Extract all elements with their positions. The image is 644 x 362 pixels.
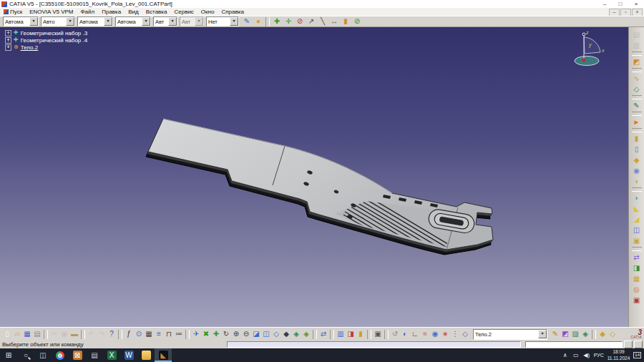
shading-edges-icon[interactable]: ◈ [291, 329, 301, 340]
expand-icon[interactable]: + [5, 37, 11, 44]
shaft-icon[interactable]: ◆ [631, 155, 643, 165]
pad-icon[interactable]: ▮ [631, 133, 643, 144]
swap-visible-space-icon[interactable]: ⇄ [318, 329, 328, 340]
graphic-combo-1[interactable]: Автома ▾ [3, 16, 39, 26]
mean-dimensions-icon[interactable]: ≈ [420, 329, 430, 340]
shell-icon[interactable]: ◫ [631, 225, 643, 235]
excel-icon[interactable]: X [103, 348, 120, 362]
no-show-icon[interactable]: ⊘ [351, 16, 363, 27]
visualization-filter-icon[interactable]: ▨ [570, 329, 580, 340]
search-button[interactable]: ○ [17, 348, 34, 362]
tree-item-geoset-3[interactable]: + ✚ Геометрический набор .3 [3, 29, 87, 36]
expand-icon[interactable]: + [5, 30, 11, 36]
painter-icon[interactable]: ✎ [241, 16, 253, 27]
task-view-button[interactable]: ◫ [34, 348, 52, 362]
multi-view-icon[interactable]: ◫ [261, 329, 271, 340]
shading-icon[interactable]: ◆ [281, 329, 291, 340]
redo-icon[interactable]: ↷ [97, 329, 107, 340]
graphic-combo-5[interactable]: Авт ▾ [153, 16, 177, 26]
snapshot-icon[interactable]: ▣ [373, 329, 383, 340]
chevron-down-icon[interactable]: ▾ [195, 17, 203, 26]
transformation-icon[interactable]: ⇄ [631, 252, 643, 263]
fly-mode-icon[interactable]: ✈ [191, 329, 201, 340]
line-tool-icon[interactable]: ╲ [317, 16, 328, 27]
chevron-down-icon[interactable]: ▾ [142, 17, 150, 26]
lock-icon[interactable]: ⊓ [164, 329, 174, 340]
print-icon[interactable]: ▤ [32, 329, 42, 340]
draft-angle-icon[interactable]: ◢ [631, 214, 643, 225]
menu-view[interactable]: Вид [125, 8, 142, 16]
graphic-combo-7[interactable]: Нет ▾ [206, 16, 239, 26]
constraints-icon[interactable]: ⋮ [450, 329, 460, 340]
printer-tool-icon[interactable]: ▤ [86, 348, 103, 362]
measure-item-icon[interactable]: ◨ [346, 329, 356, 340]
mirror-icon[interactable]: ◨ [631, 263, 643, 273]
graphic-combo-2[interactable]: Авто ▾ [41, 16, 75, 26]
sketcher-icon[interactable]: ✎ [631, 100, 643, 111]
pick-icon[interactable]: ↗ [306, 16, 317, 27]
boolean-operations-icon[interactable]: ▣ [631, 295, 643, 305]
menu-tools[interactable]: Сервис [170, 8, 197, 16]
current-body-combo[interactable]: Тело.2 ▾ [473, 329, 547, 340]
snap-target-icon[interactable]: ✛ [283, 16, 294, 27]
measure-between-icon[interactable]: ▥ [336, 329, 346, 340]
ruler-icon[interactable]: ▮ [340, 16, 351, 27]
catalog-browser-icon[interactable]: ◉ [430, 329, 440, 340]
file-explorer-icon[interactable]: ▱ [137, 348, 155, 362]
fillet-icon[interactable]: ◗ [631, 192, 643, 203]
rendering-icon[interactable]: ◈ [580, 329, 590, 340]
measure-inertia-icon[interactable]: ▮ [356, 329, 366, 340]
undo-icon[interactable]: ↶ [87, 329, 97, 340]
insert-geometrical-set-icon[interactable]: ◇ [608, 329, 618, 340]
start-button[interactable]: ⊞ [0, 348, 17, 362]
wizard-icon[interactable]: ● [253, 16, 264, 27]
status-expand-button-2[interactable] [634, 341, 643, 348]
snap-off-icon[interactable]: ⊘ [294, 16, 306, 27]
pattern-icon[interactable]: ▦ [631, 273, 643, 284]
chevron-down-icon[interactable]: ▾ [66, 17, 74, 26]
maximize-button[interactable]: □ [613, 0, 628, 8]
menu-window[interactable]: Окно [197, 8, 218, 16]
graphic-combo-6[interactable]: Авт ▾ [180, 16, 204, 26]
scaling-icon[interactable]: ◎ [631, 284, 643, 295]
plane-icon[interactable]: ◇ [460, 329, 470, 340]
chevron-down-icon[interactable]: ▾ [168, 17, 177, 26]
normal-view-icon[interactable]: ◪ [251, 329, 261, 340]
insert-body-icon[interactable]: ◆ [597, 329, 608, 340]
reference-elements-icon[interactable]: ◇ [631, 84, 643, 94]
hidden-icons-chevron[interactable]: ∧ [562, 348, 569, 362]
chamfer-icon[interactable]: ◣ [631, 203, 643, 214]
taskbar-clock[interactable]: 18:09 11.11.2024 [608, 349, 630, 361]
graphic-combo-4[interactable]: Автома ▾ [115, 16, 151, 26]
pan-icon[interactable]: ✚ [211, 329, 221, 340]
link-manager-icon[interactable]: ↺ [390, 329, 400, 340]
wireframe-surface-icon[interactable]: ∿ [631, 73, 643, 84]
network-icon[interactable]: ▭ [572, 348, 580, 362]
axis-system-icon[interactable]: ∟ [410, 329, 420, 340]
specifications-graph-icon[interactable]: ≡ [154, 329, 164, 340]
cut-icon[interactable]: ✂ [49, 329, 59, 340]
menu-file[interactable]: Файл [77, 8, 99, 16]
menu-edit[interactable]: Правка [98, 8, 125, 16]
chevron-down-icon[interactable]: ▾ [29, 17, 38, 26]
select-arrow-icon[interactable]: ► [631, 117, 643, 127]
close-button[interactable]: × [628, 0, 644, 8]
search-tool-icon[interactable]: ⊙ [134, 329, 144, 340]
graphic-combo-3[interactable]: Автома ▾ [77, 16, 113, 26]
expand-icon[interactable]: + [5, 44, 11, 51]
menu-insert[interactable]: Вставка [142, 8, 171, 16]
graphic-properties-icon[interactable]: ◩ [560, 329, 570, 340]
catia-taskbar-icon[interactable]: ◣ [155, 348, 172, 362]
constraint-icon[interactable]: ↔ [328, 16, 340, 27]
open-folder-icon[interactable]: ▱ [12, 329, 22, 340]
3d-viewport[interactable]: + ✚ Геометрический набор .3 + ✚ Геометри… [0, 27, 628, 327]
paste-icon[interactable]: ▬ [69, 329, 79, 340]
menu-start[interactable]: Пуск [0, 8, 26, 16]
hole-icon[interactable]: ◉ [631, 165, 643, 176]
options-list-icon[interactable]: ≔ [174, 329, 184, 340]
word-icon[interactable]: W [120, 348, 137, 362]
chevron-down-icon[interactable]: ▾ [104, 17, 112, 26]
apply-material-icon[interactable]: ✎ [550, 329, 560, 340]
chrome-icon[interactable]: ● [52, 348, 69, 362]
outlook-icon[interactable]: ⊠ [69, 348, 86, 362]
